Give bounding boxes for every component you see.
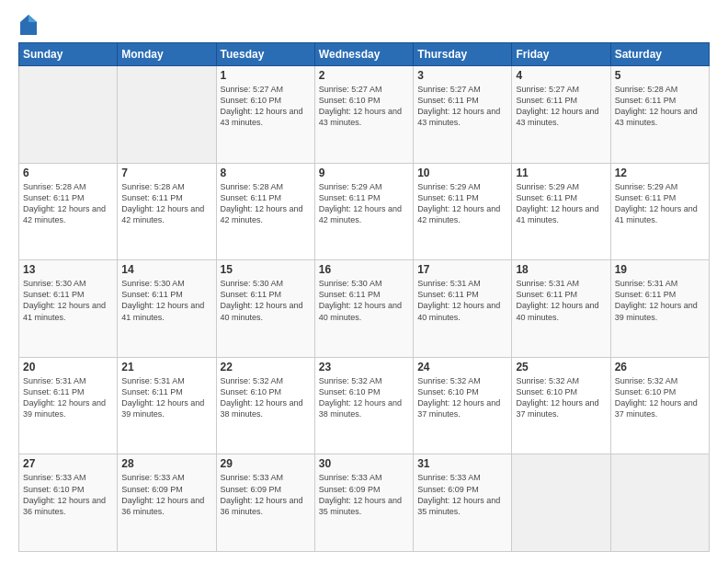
day-number: 21 bbox=[121, 361, 211, 373]
day-number: 12 bbox=[615, 167, 705, 179]
weekday-header-friday: Friday bbox=[512, 43, 610, 66]
calendar-cell: 17Sunrise: 5:31 AM Sunset: 6:11 PM Dayli… bbox=[414, 260, 512, 358]
day-number: 24 bbox=[417, 361, 507, 373]
day-number: 4 bbox=[516, 69, 606, 82]
day-number: 10 bbox=[417, 167, 507, 179]
header bbox=[18, 15, 710, 35]
day-number: 6 bbox=[23, 167, 113, 179]
calendar-cell: 3Sunrise: 5:27 AM Sunset: 6:11 PM Daylig… bbox=[414, 66, 512, 164]
calendar-table: SundayMondayTuesdayWednesdayThursdayFrid… bbox=[18, 42, 710, 552]
weekday-header-sunday: Sunday bbox=[19, 43, 118, 66]
calendar-cell bbox=[512, 454, 610, 552]
day-number: 23 bbox=[319, 361, 409, 373]
day-number: 3 bbox=[417, 69, 507, 82]
calendar-cell bbox=[610, 454, 709, 552]
day-info: Sunrise: 5:27 AM Sunset: 6:11 PM Dayligh… bbox=[516, 84, 606, 129]
calendar-cell: 1Sunrise: 5:27 AM Sunset: 6:10 PM Daylig… bbox=[216, 66, 314, 164]
day-info: Sunrise: 5:32 AM Sunset: 6:10 PM Dayligh… bbox=[516, 375, 606, 420]
page: SundayMondayTuesdayWednesdayThursdayFrid… bbox=[0, 0, 728, 563]
calendar-cell: 23Sunrise: 5:32 AM Sunset: 6:10 PM Dayli… bbox=[314, 357, 413, 454]
calendar-cell: 30Sunrise: 5:33 AM Sunset: 6:09 PM Dayli… bbox=[314, 454, 413, 552]
calendar-cell: 31Sunrise: 5:33 AM Sunset: 6:09 PM Dayli… bbox=[414, 454, 512, 552]
calendar-cell: 21Sunrise: 5:31 AM Sunset: 6:11 PM Dayli… bbox=[118, 357, 216, 454]
calendar-cell: 24Sunrise: 5:32 AM Sunset: 6:10 PM Dayli… bbox=[414, 357, 512, 454]
day-number: 9 bbox=[319, 167, 409, 179]
calendar-cell bbox=[118, 66, 216, 164]
weekday-header-thursday: Thursday bbox=[414, 43, 512, 66]
day-number: 16 bbox=[319, 263, 409, 276]
day-info: Sunrise: 5:30 AM Sunset: 6:11 PM Dayligh… bbox=[121, 278, 211, 323]
day-info: Sunrise: 5:30 AM Sunset: 6:11 PM Dayligh… bbox=[23, 278, 113, 323]
day-info: Sunrise: 5:33 AM Sunset: 6:09 PM Dayligh… bbox=[417, 472, 507, 517]
day-number: 20 bbox=[23, 361, 113, 373]
calendar-cell: 22Sunrise: 5:32 AM Sunset: 6:10 PM Dayli… bbox=[216, 357, 314, 454]
day-info: Sunrise: 5:29 AM Sunset: 6:11 PM Dayligh… bbox=[516, 181, 606, 226]
day-info: Sunrise: 5:29 AM Sunset: 6:11 PM Dayligh… bbox=[615, 181, 705, 226]
day-info: Sunrise: 5:27 AM Sunset: 6:10 PM Dayligh… bbox=[319, 84, 409, 129]
calendar-cell: 13Sunrise: 5:30 AM Sunset: 6:11 PM Dayli… bbox=[19, 260, 118, 358]
calendar-week-row: 6Sunrise: 5:28 AM Sunset: 6:11 PM Daylig… bbox=[19, 163, 710, 260]
calendar-week-row: 13Sunrise: 5:30 AM Sunset: 6:11 PM Dayli… bbox=[19, 260, 710, 358]
day-info: Sunrise: 5:29 AM Sunset: 6:11 PM Dayligh… bbox=[319, 181, 409, 226]
calendar-cell: 4Sunrise: 5:27 AM Sunset: 6:11 PM Daylig… bbox=[512, 66, 610, 164]
weekday-header-wednesday: Wednesday bbox=[314, 43, 413, 66]
calendar-cell: 6Sunrise: 5:28 AM Sunset: 6:11 PM Daylig… bbox=[19, 163, 118, 260]
day-number: 30 bbox=[319, 457, 409, 470]
calendar-cell: 15Sunrise: 5:30 AM Sunset: 6:11 PM Dayli… bbox=[216, 260, 314, 358]
calendar-body: 1Sunrise: 5:27 AM Sunset: 6:10 PM Daylig… bbox=[19, 66, 710, 552]
day-info: Sunrise: 5:31 AM Sunset: 6:11 PM Dayligh… bbox=[615, 278, 705, 323]
calendar-header: SundayMondayTuesdayWednesdayThursdayFrid… bbox=[19, 43, 710, 66]
day-info: Sunrise: 5:28 AM Sunset: 6:11 PM Dayligh… bbox=[615, 84, 705, 129]
day-number: 31 bbox=[417, 457, 507, 470]
calendar-cell: 8Sunrise: 5:28 AM Sunset: 6:11 PM Daylig… bbox=[216, 163, 314, 260]
day-number: 25 bbox=[516, 361, 606, 373]
calendar-cell: 12Sunrise: 5:29 AM Sunset: 6:11 PM Dayli… bbox=[610, 163, 709, 260]
day-info: Sunrise: 5:32 AM Sunset: 6:10 PM Dayligh… bbox=[221, 375, 311, 420]
weekday-header-saturday: Saturday bbox=[610, 43, 709, 66]
calendar-cell: 14Sunrise: 5:30 AM Sunset: 6:11 PM Dayli… bbox=[118, 260, 216, 358]
calendar-week-row: 27Sunrise: 5:33 AM Sunset: 6:10 PM Dayli… bbox=[19, 454, 710, 552]
day-number: 18 bbox=[516, 263, 606, 276]
day-number: 5 bbox=[615, 69, 705, 82]
day-info: Sunrise: 5:28 AM Sunset: 6:11 PM Dayligh… bbox=[121, 181, 211, 226]
day-info: Sunrise: 5:27 AM Sunset: 6:11 PM Dayligh… bbox=[417, 84, 507, 129]
day-info: Sunrise: 5:33 AM Sunset: 6:09 PM Dayligh… bbox=[121, 472, 211, 517]
calendar-cell: 18Sunrise: 5:31 AM Sunset: 6:11 PM Dayli… bbox=[512, 260, 610, 358]
calendar-cell: 7Sunrise: 5:28 AM Sunset: 6:11 PM Daylig… bbox=[118, 163, 216, 260]
day-number: 11 bbox=[516, 167, 606, 179]
day-number: 26 bbox=[615, 361, 705, 373]
day-info: Sunrise: 5:31 AM Sunset: 6:11 PM Dayligh… bbox=[23, 375, 113, 420]
calendar-cell: 26Sunrise: 5:32 AM Sunset: 6:10 PM Dayli… bbox=[610, 357, 709, 454]
day-info: Sunrise: 5:29 AM Sunset: 6:11 PM Dayligh… bbox=[417, 181, 507, 226]
calendar-cell: 28Sunrise: 5:33 AM Sunset: 6:09 PM Dayli… bbox=[118, 454, 216, 552]
calendar-cell: 20Sunrise: 5:31 AM Sunset: 6:11 PM Dayli… bbox=[19, 357, 118, 454]
day-info: Sunrise: 5:28 AM Sunset: 6:11 PM Dayligh… bbox=[23, 181, 113, 226]
calendar-cell: 27Sunrise: 5:33 AM Sunset: 6:10 PM Dayli… bbox=[19, 454, 118, 552]
day-info: Sunrise: 5:30 AM Sunset: 6:11 PM Dayligh… bbox=[221, 278, 311, 323]
day-number: 17 bbox=[417, 263, 507, 276]
day-info: Sunrise: 5:33 AM Sunset: 6:09 PM Dayligh… bbox=[319, 472, 409, 517]
logo bbox=[18, 15, 40, 35]
calendar-cell: 11Sunrise: 5:29 AM Sunset: 6:11 PM Dayli… bbox=[512, 163, 610, 260]
calendar-cell: 10Sunrise: 5:29 AM Sunset: 6:11 PM Dayli… bbox=[414, 163, 512, 260]
day-number: 15 bbox=[221, 263, 311, 276]
day-number: 27 bbox=[23, 457, 113, 470]
calendar-cell: 5Sunrise: 5:28 AM Sunset: 6:11 PM Daylig… bbox=[610, 66, 709, 164]
day-number: 2 bbox=[319, 69, 409, 82]
day-number: 29 bbox=[221, 457, 311, 470]
day-info: Sunrise: 5:30 AM Sunset: 6:11 PM Dayligh… bbox=[319, 278, 409, 323]
day-number: 14 bbox=[121, 263, 211, 276]
day-info: Sunrise: 5:31 AM Sunset: 6:11 PM Dayligh… bbox=[417, 278, 507, 323]
calendar-cell bbox=[19, 66, 118, 164]
weekday-header-monday: Monday bbox=[118, 43, 216, 66]
day-info: Sunrise: 5:32 AM Sunset: 6:10 PM Dayligh… bbox=[319, 375, 409, 420]
day-number: 8 bbox=[221, 167, 311, 179]
calendar-week-row: 20Sunrise: 5:31 AM Sunset: 6:11 PM Dayli… bbox=[19, 357, 710, 454]
day-number: 13 bbox=[23, 263, 113, 276]
day-number: 7 bbox=[121, 167, 211, 179]
day-info: Sunrise: 5:32 AM Sunset: 6:10 PM Dayligh… bbox=[615, 375, 705, 420]
day-info: Sunrise: 5:33 AM Sunset: 6:09 PM Dayligh… bbox=[221, 472, 311, 517]
calendar-cell: 29Sunrise: 5:33 AM Sunset: 6:09 PM Dayli… bbox=[216, 454, 314, 552]
day-info: Sunrise: 5:33 AM Sunset: 6:10 PM Dayligh… bbox=[23, 472, 113, 517]
day-number: 28 bbox=[121, 457, 211, 470]
